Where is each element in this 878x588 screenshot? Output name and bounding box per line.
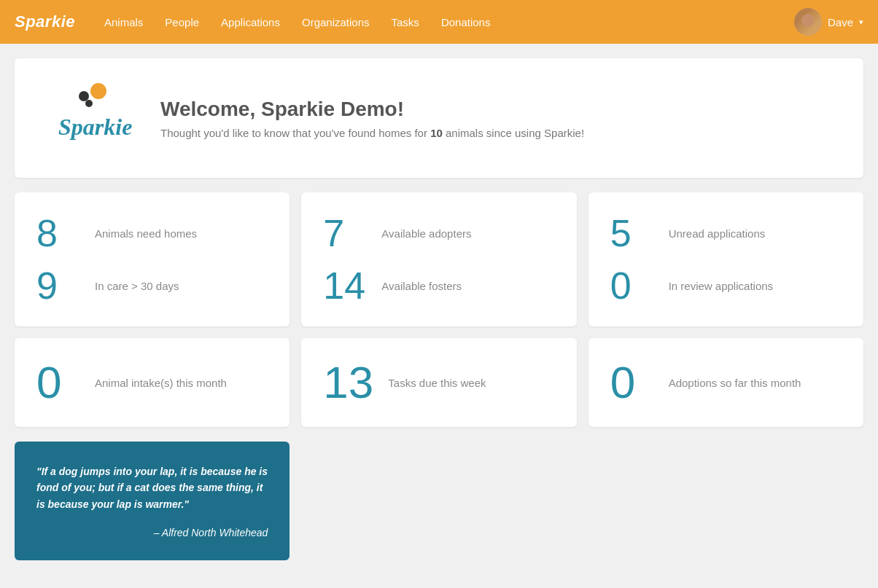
- navbar: Sparkie Animals People Applications Orga…: [0, 0, 878, 44]
- stat-label-adoptions: Adoptions so far this month: [669, 377, 801, 389]
- nav-donations[interactable]: Donations: [441, 13, 491, 31]
- stat-row-unread-apps: 5 Unread applications: [610, 214, 842, 252]
- quote-text: "If a dog jumps into your lap, it is bec…: [36, 463, 268, 512]
- stat-number-adoptions: 0: [610, 360, 654, 405]
- welcome-text: Welcome, Sparkie Demo! Thought you'd lik…: [160, 98, 584, 139]
- nav-tasks[interactable]: Tasks: [392, 13, 419, 31]
- nav-people[interactable]: People: [165, 13, 199, 31]
- welcome-subtext: Thought you'd like to know that you've f…: [160, 127, 584, 139]
- stats-grid-row1: 8 Animals need homes 9 In care > 30 days…: [15, 192, 863, 326]
- stat-number-available-adopters: 7: [323, 214, 367, 252]
- quote-author: – Alfred North Whitehead: [36, 527, 268, 538]
- stat-number-unread-apps: 5: [610, 214, 654, 252]
- stat-card-tasks: 13 Tasks due this week: [301, 338, 576, 427]
- svg-text:Sparkie: Sparkie: [58, 114, 132, 140]
- stat-label-in-review-apps: In review applications: [669, 280, 773, 292]
- welcome-heading: Welcome, Sparkie Demo!: [160, 98, 584, 121]
- nav-organizations[interactable]: Organizations: [302, 13, 370, 31]
- stat-number-available-fosters: 14: [323, 267, 367, 305]
- svg-point-2: [85, 100, 93, 107]
- stat-row-animals-need-homes: 8 Animals need homes: [36, 214, 268, 252]
- nav-applications[interactable]: Applications: [221, 13, 280, 31]
- stat-card-animals: 8 Animals need homes 9 In care > 30 days: [15, 192, 290, 326]
- svg-point-0: [79, 91, 89, 101]
- welcome-card: Sparkie Welcome, Sparkie Demo! Thought y…: [15, 58, 863, 178]
- quote-card: "If a dog jumps into your lap, it is bec…: [15, 442, 290, 560]
- stat-row-in-review-apps: 0 In review applications: [610, 267, 842, 305]
- stat-number-tasks: 13: [323, 360, 373, 405]
- avatar: [794, 8, 822, 36]
- stat-number-in-review-apps: 0: [610, 267, 654, 305]
- logo-area: Sparkie: [44, 80, 139, 156]
- stat-row-in-care: 9 In care > 30 days: [36, 267, 268, 305]
- stat-card-intakes: 0 Animal intake(s) this month: [15, 338, 290, 427]
- stat-label-available-adopters: Available adopters: [381, 227, 471, 240]
- stat-card-applications: 5 Unread applications 0 In review applic…: [588, 192, 863, 326]
- stat-number-animals-need-homes: 8: [36, 214, 80, 252]
- stat-number-in-care: 9: [36, 267, 80, 305]
- nav-animals[interactable]: Animals: [104, 13, 143, 31]
- brand-logo[interactable]: Sparkie: [15, 12, 75, 31]
- bottom-section: 0 Animal intake(s) this month 13 Tasks d…: [15, 338, 863, 427]
- stat-label-tasks: Tasks due this week: [388, 377, 486, 389]
- stat-label-animals-need-homes: Animals need homes: [95, 227, 197, 240]
- stat-number-intakes: 0: [36, 360, 80, 405]
- user-menu[interactable]: Dave ▾: [794, 8, 863, 36]
- user-dropdown-arrow: ▾: [859, 17, 863, 27]
- stat-card-adoptions: 0 Adoptions so far this month: [588, 338, 863, 427]
- stat-row-available-fosters: 14 Available fosters: [323, 267, 554, 305]
- stat-label-unread-apps: Unread applications: [669, 227, 766, 240]
- svg-point-1: [90, 83, 106, 99]
- main-content: Sparkie Welcome, Sparkie Demo! Thought y…: [0, 44, 878, 588]
- stat-row-available-adopters: 7 Available adopters: [323, 214, 554, 252]
- sparkie-logo-image: Sparkie: [44, 80, 139, 153]
- stat-label-in-care: In care > 30 days: [95, 280, 179, 292]
- stat-label-intakes: Animal intake(s) this month: [95, 377, 227, 389]
- user-name: Dave: [828, 16, 853, 28]
- stat-label-available-fosters: Available fosters: [381, 280, 462, 292]
- stat-card-people: 7 Available adopters 14 Available foster…: [301, 192, 576, 326]
- quote-section: "If a dog jumps into your lap, it is bec…: [15, 442, 863, 560]
